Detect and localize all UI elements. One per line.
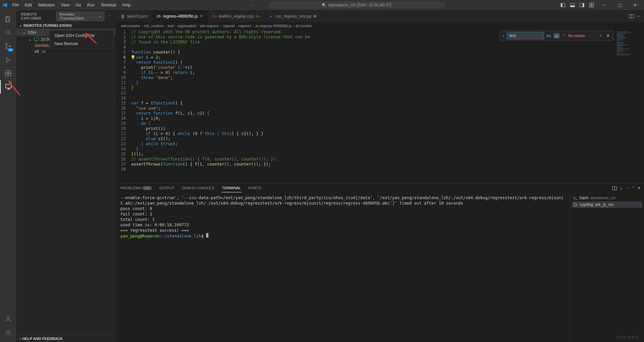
terminal-list-item[interactable]: cppdbg: ark_js_vm (572, 201, 642, 208)
context-menu: Open SSH Config File New Remote (49, 30, 114, 50)
breadcrumb-item[interactable]: JSregress-469605b.js (255, 24, 291, 28)
breadcrumb-item[interactable]: ets_runtime (144, 24, 164, 28)
file-type-icon: C+ (212, 14, 217, 19)
code-editor[interactable]: 1234567891011121314151617181920212223242… (116, 30, 644, 183)
panel-maximize-icon[interactable]: ⌃ (632, 186, 635, 190)
find-prev-icon[interactable]: ↑ (588, 33, 592, 38)
terminal-line: pass count: 0 (120, 206, 565, 211)
editor-area: {}launch.jsonJSregress-469605b.js✕C+buil… (116, 10, 644, 183)
breadcrumb-item[interactable]: regress (239, 24, 251, 28)
panel-tab-ports[interactable]: PORTS (248, 184, 262, 192)
panel-close-icon[interactable]: ✕ (638, 186, 641, 190)
source-control-icon[interactable]: 22 (0, 39, 16, 53)
breadcrumb-item[interactable]: mjsunit (223, 24, 235, 28)
panel-split-icon[interactable] (612, 186, 617, 191)
accounts-icon[interactable] (0, 312, 16, 326)
panel-more-icon[interactable]: ⋯ (625, 186, 629, 190)
find-close-icon[interactable]: ✕ (604, 33, 612, 38)
find-expand-icon[interactable]: › (501, 33, 505, 38)
terminal-line: total count: 1 (120, 217, 565, 222)
watermark: CSDN @零九 (616, 335, 639, 340)
menu-help[interactable]: Help (120, 1, 134, 9)
layout-panel-icon[interactable] (569, 1, 576, 9)
find-input[interactable] (507, 32, 544, 39)
layout-sidebar-right-icon[interactable] (578, 1, 586, 9)
explorer-icon[interactable] (0, 12, 16, 26)
breadcrumb-item[interactable]: arkcompiler (121, 24, 140, 28)
run-debug-icon[interactable] (0, 53, 16, 66)
breadcrumb-item[interactable]: regresstest (178, 24, 196, 28)
editor-tab[interactable]: ●run_regress_test.pyM (264, 10, 321, 22)
more-actions-icon[interactable]: ⋯ (107, 14, 111, 18)
file-type-icon: ● (268, 14, 273, 19)
terminal[interactable]: --enable-force-gc=true', '--icu-data-pat… (116, 193, 569, 342)
terminal-line: fail count: 1 (120, 211, 565, 217)
editor-tab[interactable]: C+builtins_regexp.cpp9+ (208, 10, 264, 22)
lightbulb-icon[interactable]: 💡 (130, 55, 136, 60)
editor-tab[interactable]: JSregress-469605b.js✕ (152, 10, 208, 22)
terminal-prompt[interactable]: yan_peng@hoperun:~/standalone_lzh$ (120, 233, 565, 239)
menu-edit[interactable]: Edit (22, 1, 35, 9)
editor-tab[interactable]: {}launch.json (116, 10, 152, 22)
find-next-icon[interactable]: ↓ (593, 33, 597, 38)
customize-layout-icon[interactable] (588, 1, 595, 9)
find-filter-icon[interactable]: ≡ (599, 33, 603, 38)
more-editor-actions-icon[interactable]: ⋯ (637, 14, 641, 19)
code-content[interactable]: // Copyright 2015 the V8 project authors… (131, 30, 644, 172)
menu-run[interactable]: Run (84, 1, 97, 9)
chevron-right-icon: › (20, 337, 21, 341)
svg-point-10 (6, 30, 9, 34)
panel-tab-problems[interactable]: PROBLEMS250 (120, 184, 153, 192)
menu-view[interactable]: View (58, 1, 72, 9)
maximize-button[interactable]: ▢ (613, 0, 626, 10)
menu-open-ssh-config[interactable]: Open SSH Config File (50, 32, 114, 40)
terminal-line: used time is: 0:00:10.109773 (120, 222, 565, 228)
remotes-dropdown[interactable]: Remotes (Tunnels/SSH)⌄ (56, 11, 105, 21)
split-editor-icon[interactable] (629, 14, 634, 19)
breadcrumb-item[interactable]: ⊟counter (296, 24, 312, 28)
extensions-icon[interactable] (0, 66, 16, 80)
panel-tab-terminal[interactable]: TERMINAL (221, 184, 242, 192)
svg-rect-5 (583, 3, 584, 7)
breadcrumbs[interactable]: arkcompiler›ets_runtime›test›regresstest… (116, 22, 644, 30)
minimize-button[interactable]: ─ (597, 0, 611, 10)
svg-rect-3 (570, 5, 575, 7)
breadcrumb-separator: › (142, 24, 143, 28)
nav-forward-icon[interactable]: → (258, 1, 265, 9)
svg-point-19 (7, 317, 9, 319)
close-tab-icon[interactable]: ✕ (200, 14, 203, 19)
menu-go[interactable]: Go (73, 1, 84, 9)
annotation-arrow (85, 33, 98, 45)
settings-gear-icon[interactable] (0, 326, 16, 339)
breadcrumb-item[interactable]: test (168, 24, 174, 28)
command-center[interactable]: 🔍 standalone_lzh [SSH: 10.50.80.57] (268, 1, 445, 9)
menu-selection[interactable]: Selection (35, 1, 57, 9)
remotes-dropdown-label: Remotes (Tunnels/SSH) (59, 12, 96, 20)
match-case-icon[interactable]: Aa (545, 33, 552, 38)
match-word-icon[interactable]: ab (554, 33, 560, 38)
breadcrumb-item[interactable]: ark-regress (200, 24, 219, 28)
activity-bar: 22 (0, 10, 16, 342)
terminal-type-icon (573, 196, 578, 200)
nav-back-icon[interactable]: ← (248, 1, 255, 9)
minimap[interactable] (616, 30, 639, 183)
remotes-section-header[interactable]: ⌄REMOTES (TUNNELS/SSH) (16, 22, 116, 28)
terminal-list-item[interactable]: bashstandalone_lzh (572, 194, 642, 201)
regex-icon[interactable]: .* (561, 33, 565, 38)
chevron-down-icon: ⌄ (98, 14, 101, 18)
panel-tab-output[interactable]: OUTPUT (159, 184, 175, 192)
panel-chevron-icon[interactable]: ⌄ (620, 186, 623, 190)
close-button[interactable]: ✕ (628, 0, 642, 10)
ssh-label: SSH (28, 30, 36, 35)
panel-tab-debug-console[interactable]: DEBUG CONSOLE (181, 184, 215, 192)
terminal-sub: standalone_lzh (590, 196, 616, 200)
menubar: FileEditSelectionViewGoRunTerminalHelp (9, 1, 133, 9)
layout-sidebar-left-icon[interactable] (559, 1, 567, 9)
menu-new-remote[interactable]: New Remote (50, 40, 114, 48)
search-activity-icon[interactable] (0, 26, 16, 39)
tab-label: launch.json (127, 14, 148, 19)
help-feedback-section[interactable]: ›HELP AND FEEDBACK (16, 335, 116, 342)
menu-file[interactable]: File (9, 1, 21, 9)
menu-terminal[interactable]: Terminal (98, 1, 119, 9)
chevron-down-icon: ⌄ (22, 30, 26, 35)
